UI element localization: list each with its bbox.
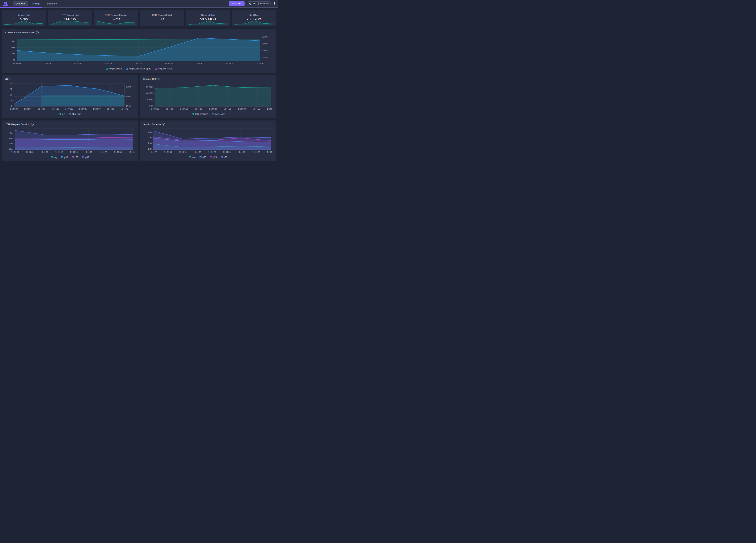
legend-item-p99[interactable]: p99 bbox=[82, 156, 89, 159]
svg-text:14:44:05: 14:44:05 bbox=[164, 151, 172, 153]
legend-item-p90[interactable]: p90 bbox=[61, 156, 68, 159]
stat-title: HTTP Request Rate bbox=[48, 14, 92, 16]
stat-title: Received Rate bbox=[186, 14, 230, 16]
info-icon[interactable]: i bbox=[11, 78, 13, 80]
panel-vus: VUs i 05101520164/s166/s168/s14:44:0014:… bbox=[2, 75, 138, 118]
chart-legend: Request RateRequest Duration p(95)Reques… bbox=[5, 68, 273, 70]
stat-card-http-request-failed: HTTP Request Failed 0/s bbox=[140, 10, 184, 26]
svg-text:104ms: 104ms bbox=[262, 43, 268, 45]
chart-iteration-duration[interactable]: 1.8s1.9s2.0s2.1s14:44:0014:44:0514:44:10… bbox=[143, 127, 273, 154]
stat-sparkline bbox=[188, 20, 228, 25]
svg-text:14:44:15: 14:44:15 bbox=[104, 63, 112, 65]
legend-item-avg[interactable]: avg bbox=[189, 156, 195, 159]
svg-text:14:44:25: 14:44:25 bbox=[79, 108, 87, 110]
svg-text:14:44:10: 14:44:10 bbox=[41, 151, 48, 153]
legend-label: Request Rate bbox=[109, 68, 122, 70]
svg-text:0/s: 0/s bbox=[13, 59, 15, 61]
stat-card-http-request-duration: HTTP Request Duration 59ms bbox=[94, 10, 138, 26]
tab-summary[interactable]: Summary bbox=[44, 1, 59, 6]
legend-label: vus bbox=[62, 113, 65, 115]
svg-text:75ms: 75ms bbox=[9, 143, 13, 145]
legend-item-avg[interactable]: avg bbox=[51, 156, 57, 159]
hourglass-icon bbox=[257, 3, 259, 5]
report-button[interactable]: REPORT bbox=[229, 1, 245, 6]
info-icon[interactable]: i bbox=[36, 31, 39, 34]
svg-text:0 B/s: 0 B/s bbox=[149, 105, 154, 107]
svg-text:15: 15 bbox=[10, 88, 12, 90]
legend-item-data-received[interactable]: data_received bbox=[192, 113, 208, 115]
info-icon[interactable]: i bbox=[158, 78, 161, 80]
svg-text:14:44:30: 14:44:30 bbox=[238, 108, 246, 110]
svg-text:14:44:30: 14:44:30 bbox=[99, 151, 107, 153]
legend-item-p95[interactable]: p95 bbox=[210, 156, 217, 159]
svg-text:14:44:10: 14:44:10 bbox=[180, 108, 188, 110]
legend-label: data_received bbox=[195, 113, 208, 115]
svg-text:14:44:05: 14:44:05 bbox=[26, 151, 34, 153]
legend-label: p90 bbox=[203, 156, 206, 159]
legend-swatch bbox=[192, 113, 194, 115]
legend-item-http-reqs[interactable]: http_reqs bbox=[69, 113, 81, 115]
elapsed-time: 10s bbox=[252, 3, 256, 5]
panel-transfer-rate: Transfer Rate i 0 B/s20 MB/s40 MB/s60 MB… bbox=[140, 75, 276, 118]
svg-text:14:44:00: 14:44:00 bbox=[150, 151, 157, 153]
svg-text:125ms: 125ms bbox=[8, 132, 14, 134]
info-icon[interactable]: i bbox=[31, 123, 34, 126]
svg-text:14:44:20: 14:44:20 bbox=[209, 108, 217, 110]
chart-vus[interactable]: 05101520164/s166/s168/s14:44:0014:44:051… bbox=[5, 82, 135, 111]
stat-sparkline bbox=[4, 20, 44, 25]
svg-text:1.8s: 1.8s bbox=[148, 148, 152, 150]
legend-item-request-rate[interactable]: Request Rate bbox=[106, 68, 122, 70]
svg-text:100ms: 100ms bbox=[8, 137, 14, 139]
panel-http-request-duration: HTTP Request Duration i 50ms75ms100ms125… bbox=[2, 121, 138, 161]
legend-item-p95[interactable]: p95 bbox=[72, 156, 78, 159]
legend-swatch bbox=[72, 156, 74, 158]
legend-swatch bbox=[51, 156, 53, 158]
stat-card-iteration-rate: Iteration Rate 5.3/s bbox=[2, 10, 46, 26]
chart-http-performance-overview[interactable]: 0/s50/s100/s150/s102ms103ms104ms105ms14:… bbox=[5, 35, 273, 66]
legend-item-data-sent[interactable]: data_sent bbox=[212, 113, 225, 115]
info-icon[interactable]: i bbox=[162, 123, 165, 126]
stat-sparkline bbox=[96, 20, 136, 25]
svg-text:14:44:15: 14:44:15 bbox=[51, 108, 59, 110]
stat-sparkline bbox=[234, 20, 274, 25]
chart-http-request-duration[interactable]: 50ms75ms100ms125ms14:44:0014:44:0514:44:… bbox=[5, 127, 135, 154]
legend-label: p95 bbox=[213, 156, 217, 159]
legend-item-request-duration-p-95-[interactable]: Request Duration p(95) bbox=[126, 68, 151, 70]
svg-text:14:44:00: 14:44:00 bbox=[151, 108, 159, 110]
stat-card-http-request-rate: HTTP Request Rate 166.1/s bbox=[48, 10, 92, 26]
svg-text:40 MB/s: 40 MB/s bbox=[146, 92, 154, 94]
svg-text:60 MB/s: 60 MB/s bbox=[146, 86, 154, 88]
stat-title: HTTP Request Duration bbox=[94, 14, 138, 16]
stat-card-received-rate: Received Rate 59.5 MB/s bbox=[186, 10, 230, 26]
tab-overview[interactable]: Overview bbox=[13, 1, 28, 6]
legend-item-p90[interactable]: p90 bbox=[200, 156, 206, 159]
tab-timings[interactable]: Timings bbox=[29, 1, 43, 6]
dashboard-content: Iteration Rate 5.3/s HTTP Request Rate 1… bbox=[0, 8, 278, 161]
legend-label: avg bbox=[54, 156, 57, 159]
panel-title: Iteration Duration i bbox=[143, 123, 273, 126]
stat-title: Sent Rate bbox=[232, 14, 276, 16]
svg-text:105ms: 105ms bbox=[262, 36, 268, 38]
svg-text:150/s: 150/s bbox=[10, 40, 15, 42]
legend-swatch bbox=[59, 113, 61, 115]
svg-text:20: 20 bbox=[10, 82, 12, 84]
svg-text:14:44:05: 14:44:05 bbox=[43, 63, 51, 65]
stat-sparkline bbox=[142, 20, 182, 25]
svg-text:14:44:00: 14:44:00 bbox=[10, 108, 18, 110]
svg-text:14:44:10: 14:44:10 bbox=[179, 151, 186, 153]
legend-item-vus[interactable]: vus bbox=[59, 113, 65, 115]
panel-title-text: HTTP Performance overview bbox=[5, 31, 34, 34]
legend-item-request-failed[interactable]: Request Failed bbox=[155, 68, 172, 70]
svg-text:14:44:30: 14:44:30 bbox=[93, 108, 101, 110]
stopwatch-icon bbox=[249, 3, 251, 5]
chart-transfer-rate[interactable]: 0 B/s20 MB/s40 MB/s60 MB/s14:44:0014:44:… bbox=[143, 82, 273, 111]
k6-logo[interactable]: k6 bbox=[3, 1, 9, 7]
overflow-menu-button[interactable] bbox=[273, 1, 276, 6]
panel-title: VUs i bbox=[5, 78, 135, 80]
svg-text:14:44:25: 14:44:25 bbox=[223, 151, 231, 153]
svg-text:14:44:40: 14:44:40 bbox=[267, 151, 273, 153]
svg-text:14:44:35: 14:44:35 bbox=[253, 108, 260, 110]
chart-legend: avgp90p95p99 bbox=[5, 156, 135, 159]
svg-text:14:44:15: 14:44:15 bbox=[55, 151, 63, 153]
legend-item-p99[interactable]: p99 bbox=[221, 156, 227, 159]
